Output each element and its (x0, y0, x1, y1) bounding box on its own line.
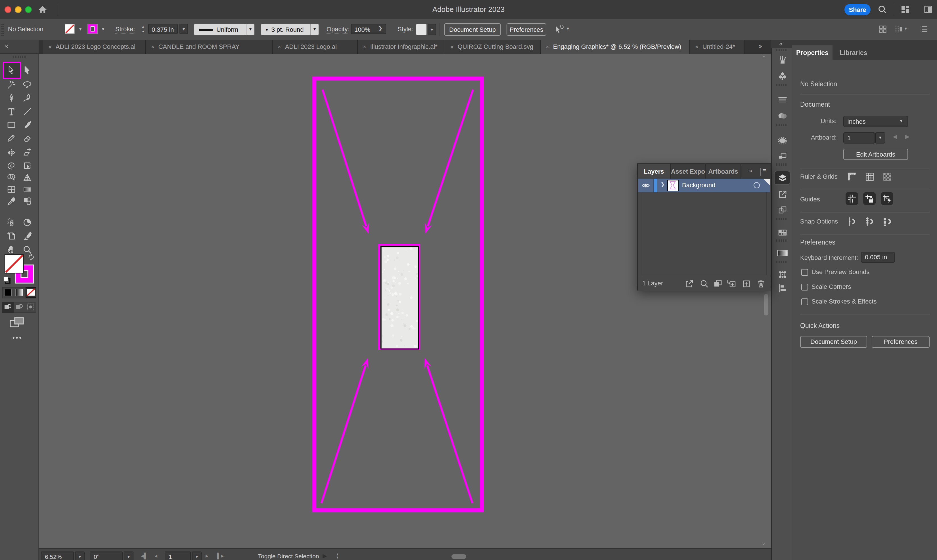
document-tab[interactable]: ×CANDLE and ROOM SPRAY LABELS.pdf (146, 40, 273, 54)
select-similar-icon[interactable] (554, 24, 565, 37)
touch-workspace-icon[interactable] (878, 25, 888, 36)
artboard-chevron-icon[interactable]: ▾ (192, 551, 202, 560)
pen-tool[interactable] (3, 91, 19, 105)
sublayer-icon[interactable] (726, 278, 736, 288)
show-grid-icon[interactable] (864, 171, 875, 182)
quick-preferences-button[interactable]: Preferences (872, 336, 929, 348)
layers-menu-icon[interactable]: ≡ (763, 167, 767, 175)
collapse-toolbar-icon[interactable]: « (5, 43, 8, 49)
type-tool[interactable] (3, 105, 19, 118)
strip-grip[interactable] (776, 49, 788, 51)
gradient-button[interactable] (15, 289, 23, 296)
locate-icon[interactable] (699, 278, 709, 288)
trash-icon[interactable] (756, 278, 766, 288)
draw-inside-button[interactable] (25, 302, 36, 312)
artboard-tool[interactable] (3, 229, 19, 243)
document-tab[interactable]: ×Untitled-24* (690, 40, 744, 54)
collect-export-icon[interactable] (684, 278, 694, 288)
artboard-number-input[interactable]: 1 (165, 551, 191, 560)
layers-panel-icon[interactable] (777, 172, 788, 184)
fill-color-proxy[interactable] (5, 254, 24, 274)
tab-properties[interactable]: Properties (792, 45, 832, 60)
style-chevron-icon[interactable]: ▾ (428, 24, 436, 35)
show-transparency-grid-icon[interactable] (881, 171, 893, 182)
layer-thumbnail[interactable] (667, 180, 679, 191)
color-button[interactable] (4, 289, 12, 296)
checkbox-use-preview-bounds[interactable] (801, 269, 808, 276)
brush-chevron-icon[interactable]: ▾ (310, 24, 319, 35)
screen-mode-icon[interactable] (9, 316, 25, 332)
free-transform-tool[interactable] (19, 159, 35, 172)
edit-artboards-button[interactable]: Edit Artboards (843, 149, 908, 160)
units-select[interactable]: Inches (843, 116, 908, 127)
lock-guides-icon[interactable] (863, 192, 876, 205)
stroke-stepper[interactable]: ▴▾ (140, 24, 146, 34)
fill-swatch-none[interactable] (65, 24, 75, 34)
graph-tool[interactable] (19, 215, 35, 229)
default-fill-stroke-icon[interactable] (3, 276, 11, 286)
toolbar-grip[interactable] (13, 55, 26, 58)
profile-chevron-icon[interactable]: ▾ (246, 24, 255, 35)
asset-export-panel-icon[interactable] (777, 204, 788, 215)
swap-fill-stroke-icon[interactable] (27, 253, 35, 263)
newlayer-icon[interactable] (741, 278, 751, 288)
close-tab-icon[interactable]: × (450, 40, 454, 54)
rotation-chevron-icon[interactable]: ▾ (124, 551, 133, 560)
gradient-panel-icon[interactable] (777, 248, 788, 259)
artboards-panel-icon[interactable] (777, 151, 788, 162)
opacity-label[interactable]: Opacity: (327, 26, 349, 34)
tab-overflow-icon[interactable]: » (759, 43, 762, 49)
tab-layers[interactable]: Layers (638, 164, 671, 179)
show-rulers-icon[interactable] (846, 171, 857, 182)
eraser-tool[interactable] (19, 131, 35, 145)
fill-chevron-icon[interactable]: ▾ (76, 24, 85, 34)
mesh-tool[interactable] (3, 183, 19, 196)
status-play-icon[interactable]: ▶ (323, 552, 327, 559)
last-artboard-icon[interactable]: ▌▸ (217, 552, 224, 559)
stroke-width-input[interactable]: 0.375 in (148, 24, 178, 34)
layer-visibility-eye-icon[interactable] (641, 181, 650, 192)
share-button[interactable]: Share (844, 4, 871, 15)
layer-target-circle-icon[interactable] (753, 182, 760, 188)
panel-layout-icon[interactable] (923, 5, 933, 17)
stroke-width-chevron-icon[interactable]: ▾ (179, 24, 188, 34)
perspective-grid-tool[interactable] (19, 171, 35, 185)
preferences-button[interactable]: Preferences (506, 23, 546, 36)
artboard-select[interactable]: 1 (843, 132, 875, 143)
line-segment-tool[interactable] (19, 105, 35, 118)
workspace-switcher-icon[interactable] (900, 5, 910, 17)
document-tab[interactable]: ×ADLI 2023 Logo Concepts.ai (43, 40, 146, 54)
snap-to-pixel-icon[interactable] (881, 215, 893, 227)
reflect-tool[interactable] (3, 146, 19, 159)
stroke-panel-icon[interactable] (777, 94, 788, 106)
arrange-documents-icon[interactable] (894, 25, 903, 36)
document-tab-active[interactable]: ×Engaging Graphics* @ 6.52 % (RGB/Previe… (540, 40, 690, 54)
swatches-panel-icon[interactable] (777, 227, 788, 238)
draw-behind-button[interactable] (14, 302, 25, 312)
export-panel-icon[interactable] (777, 188, 788, 200)
selection-tool[interactable] (3, 63, 19, 77)
stroke-label[interactable]: Stroke: (115, 26, 135, 34)
curvature-tool[interactable] (19, 91, 35, 105)
smart-guides-icon[interactable] (881, 192, 893, 205)
document-tab[interactable]: ×Illustrator Infographic.ai* (358, 40, 445, 54)
tab-libraries[interactable]: Libraries (832, 45, 875, 60)
prev-artboard-arrow-icon[interactable]: ◀ (893, 133, 897, 140)
shape-builder-tool[interactable] (3, 171, 19, 185)
close-tab-icon[interactable]: × (151, 40, 154, 54)
pencil-tool[interactable] (3, 131, 19, 145)
layer-row-background[interactable]: ❯ Background (638, 179, 770, 192)
close-tab-icon[interactable]: × (363, 40, 366, 54)
layers-overflow-icon[interactable]: » (749, 168, 752, 174)
keyboard-increment-input[interactable]: 0.005 in (861, 252, 895, 263)
zoom-chevron-icon[interactable]: ▾ (75, 551, 85, 560)
opacity-expand-icon[interactable]: ❯ (378, 26, 383, 31)
brushes-panel-icon[interactable] (777, 54, 788, 66)
select-similar-chevron-icon[interactable]: ▾ (567, 26, 569, 31)
close-tab-icon[interactable]: × (48, 40, 52, 54)
checkbox-scale-strokes-effects[interactable] (801, 298, 808, 305)
layer-name[interactable]: Background (682, 182, 715, 188)
paintbrush-tool[interactable] (19, 118, 35, 132)
style-swatch[interactable] (416, 24, 426, 35)
symbol-sprayer-tool[interactable] (3, 215, 19, 229)
